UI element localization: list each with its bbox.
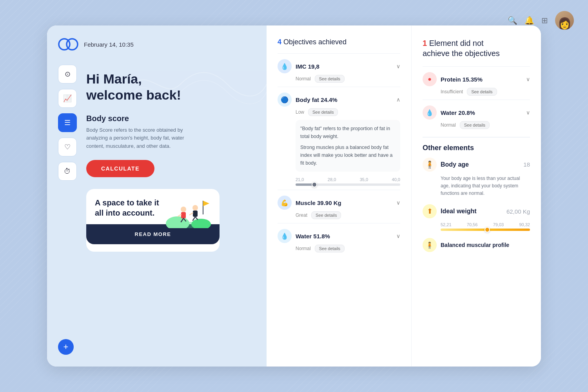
water-name: Water 51.8% — [296, 233, 392, 240]
body-age-row: 🧍 Body age 18 Your body age is less than… — [423, 158, 530, 198]
promo-illustration — [164, 193, 215, 228]
imc-status: Normal — [296, 76, 311, 82]
bodyfat-range: 21,028,035,040,0 — [296, 177, 400, 186]
protein-details-button[interactable]: See details — [467, 88, 497, 96]
wave-decoration — [133, 45, 267, 123]
chart-icon: 📈 — [63, 94, 72, 103]
metric-muscle: 💪 Muscle 39.90 Kg ∨ Great See details — [278, 190, 400, 223]
not-achieved-label: Element — [429, 39, 460, 47]
ideal-weight-row: ⬆ Ideal weight 62,00 Kg 52,2170,5679,039… — [423, 204, 530, 231]
not-achieved-count: 1 — [423, 39, 427, 47]
metric-imc: 💧 IMC 19,8 ∨ Normal See details — [278, 53, 400, 87]
imc-icon: 💧 — [278, 59, 292, 73]
metric-water: 💧 Water 51.8% ∨ Normal See details — [278, 223, 400, 256]
bodyfat-details-button[interactable]: See details — [308, 108, 338, 116]
sidebar-item-timer[interactable]: ⏱ — [58, 162, 77, 181]
protein-icon: ● — [423, 72, 437, 86]
body-age-desc: Your body age is less than your actual a… — [441, 175, 530, 198]
bodyfat-status: Low — [296, 109, 304, 115]
calculate-button[interactable]: CALCULATE — [86, 160, 154, 177]
sidebar-item-chart[interactable]: 📈 — [58, 89, 77, 108]
svg-marker-16 — [203, 201, 209, 206]
svg-point-4 — [191, 219, 211, 228]
water2-details-button[interactable]: See details — [460, 121, 490, 129]
objectives-header: 4 Objectives achieved — [278, 38, 400, 46]
ideal-weight-value: 62,00 Kg — [506, 208, 530, 215]
svg-line-13 — [193, 217, 195, 220]
dashboard-icon: ⊙ — [65, 70, 71, 78]
body-age-label: Body age — [441, 161, 519, 168]
middle-panel: 🔍 🔔 ⊞ 👩 4 Objectives achieved 💧 IMC 19,8… — [267, 25, 412, 367]
objectives-count: 4 — [278, 38, 281, 46]
bodyfat-expand: "Body fat" refers to the proportion of f… — [296, 120, 400, 172]
sidebar: ⊙ 📈 ☰ ♡ ⏱ — [58, 65, 77, 181]
other-elements-title: Other elements — [423, 144, 530, 152]
muscle-icon: 💪 — [278, 196, 292, 210]
balanced-label: Balanced muscular profile — [441, 242, 509, 248]
balanced-row: 🧍 Balanced muscular profile — [423, 238, 530, 252]
body-age-value: 18 — [523, 161, 530, 168]
heart-icon: ♡ — [64, 143, 71, 151]
ideal-weight-icon: ⬆ — [423, 204, 437, 218]
left-panel: February 14, 10:35 ⊙ 📈 ☰ ♡ ⏱ + — [47, 25, 267, 367]
protein-name: Protein 15.35% — [441, 76, 522, 83]
right-panel: 1 Element did notachieve the objectives … — [412, 25, 541, 367]
protein-chevron[interactable]: ∨ — [526, 76, 530, 82]
ideal-weight-label: Ideal weight — [441, 208, 503, 215]
svg-line-12 — [190, 213, 193, 215]
logo-icon — [58, 36, 78, 52]
water2-chevron[interactable]: ∨ — [526, 109, 530, 116]
timer-icon: ⏱ — [64, 167, 71, 176]
water2-name: Water 20.8% — [441, 109, 522, 116]
bodyfat-chevron[interactable]: ∧ — [396, 96, 400, 103]
water-chevron[interactable]: ∨ — [396, 233, 400, 239]
bodyfat-icon: 🔵 — [278, 93, 292, 107]
svg-rect-6 — [181, 212, 186, 218]
muscle-name: Muscle 39.90 Kg — [296, 200, 392, 206]
sidebar-item-document[interactable]: ☰ — [58, 113, 77, 132]
muscle-status: Great — [296, 212, 307, 218]
balanced-icon: 🧍 — [423, 238, 437, 252]
svg-point-5 — [181, 207, 186, 212]
imc-name: IMC 19,8 — [296, 63, 392, 70]
svg-point-1 — [67, 39, 78, 50]
bodyfat-desc2: Strong muscles plus a balanced body fat … — [300, 143, 396, 167]
metric-protein: ● Protein 15.35% ∨ Insufficient See deta… — [423, 66, 530, 100]
muscle-details-button[interactable]: See details — [311, 211, 341, 219]
svg-point-3 — [166, 216, 189, 228]
body-score-desc: Body Score refers to the score obtained … — [86, 126, 188, 151]
objectives-suffix: achieved — [318, 38, 347, 46]
bodyfat-desc1: "Body fat" refers to the proportion of f… — [300, 125, 396, 140]
svg-point-10 — [192, 205, 198, 211]
sidebar-item-heart[interactable]: ♡ — [58, 138, 77, 156]
imc-chevron[interactable]: ∨ — [396, 63, 400, 69]
svg-rect-11 — [193, 211, 198, 217]
water2-status: Normal — [441, 122, 456, 128]
water2-icon: 💧 — [423, 105, 437, 120]
promo-text: A space to take it all into account. — [95, 198, 162, 218]
metric-water2: 💧 Water 20.8% ∨ Normal See details — [423, 100, 530, 133]
water-status: Normal — [296, 246, 311, 251]
svg-line-7 — [178, 214, 181, 216]
body-age-icon: 🧍 — [423, 158, 437, 172]
water-icon: 💧 — [278, 229, 292, 243]
promo-card: A space to take it all into account. — [86, 189, 220, 252]
add-button[interactable]: + — [58, 339, 74, 355]
water-details-button[interactable]: See details — [315, 245, 345, 252]
objectives-label: Objectives — [283, 38, 318, 46]
datetime-label: February 14, 10:35 — [84, 41, 134, 48]
not-achieved-header: 1 Element did notachieve the objectives — [423, 38, 530, 58]
ideal-weight-range: 52,2170,5679,0390,32 — [441, 222, 530, 231]
sidebar-item-dashboard[interactable]: ⊙ — [58, 65, 77, 83]
document-icon: ☰ — [64, 118, 71, 127]
divider — [423, 137, 530, 138]
svg-line-14 — [195, 217, 198, 220]
bodyfat-name: Body fat 24.4% — [296, 96, 392, 103]
imc-details-button[interactable]: See details — [315, 75, 345, 83]
protein-status: Insufficient — [441, 89, 463, 94]
muscle-chevron[interactable]: ∨ — [396, 200, 400, 206]
metric-body-fat: 🔵 Body fat 24.4% ∧ Low See details "Body… — [278, 87, 400, 190]
